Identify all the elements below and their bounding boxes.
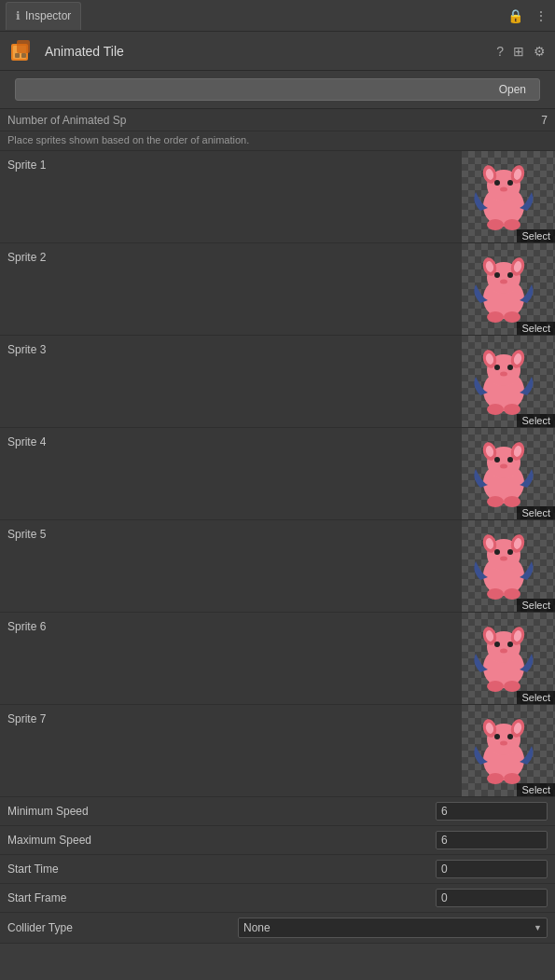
- svg-point-66: [494, 642, 500, 647]
- sprite-row-3: Sprite 3 Select: [0, 336, 555, 428]
- sprite-slot-7: Select: [462, 705, 555, 796]
- help-button[interactable]: ?: [494, 42, 506, 61]
- sprite-label-2: Sprite 2: [0, 243, 462, 335]
- svg-point-37: [504, 404, 520, 415]
- content-area: Number of Animated Sp 7 Place sprites sh…: [0, 109, 555, 944]
- field-label-0: Minimum Speed: [7, 805, 436, 818]
- header-row: Animated Tile ? ⊞ ⚙: [0, 32, 555, 71]
- svg-point-58: [487, 588, 504, 600]
- field-label-2: Start Time: [7, 863, 436, 876]
- svg-point-77: [494, 734, 500, 739]
- svg-point-78: [507, 734, 513, 739]
- collider-type-row: Collider Type None Sprite Grid: [0, 913, 555, 944]
- sprites-container: Sprite 1 Select Sprite 2: [0, 151, 555, 797]
- sprite-slot-2: Select: [462, 243, 555, 335]
- inspector-tab[interactable]: ℹ Inspector: [6, 2, 81, 30]
- field-input-3[interactable]: [436, 889, 548, 907]
- svg-point-33: [494, 365, 500, 370]
- tab-label: Inspector: [25, 9, 71, 22]
- sprite-image-1: [471, 159, 546, 234]
- field-input-0[interactable]: [436, 802, 548, 821]
- settings-button[interactable]: ⚙: [532, 42, 548, 61]
- info-icon: ℹ: [16, 9, 21, 22]
- sprite-label-1: Sprite 1: [0, 151, 462, 242]
- svg-point-35: [500, 372, 507, 377]
- field-label-3: Start Frame: [7, 891, 436, 904]
- svg-point-15: [504, 219, 520, 230]
- svg-point-79: [500, 741, 507, 746]
- svg-point-34: [507, 365, 513, 370]
- sprite-label-5: Sprite 5: [0, 520, 462, 612]
- object-title: Animated Tile: [45, 44, 124, 59]
- sprite-row-5: Sprite 5 Select: [0, 520, 555, 613]
- svg-point-59: [504, 588, 520, 600]
- sprite-row-7: Sprite 7 Select: [0, 705, 555, 797]
- sprite-label-6: Sprite 6: [0, 613, 462, 704]
- svg-point-24: [500, 280, 507, 284]
- collider-type-label: Collider Type: [7, 921, 238, 934]
- sprite-slot-3: Select: [462, 336, 555, 427]
- sprite-row-6: Sprite 6 Select: [0, 613, 555, 705]
- sprite-row-2: Sprite 2 Select: [0, 243, 555, 336]
- svg-point-12: [507, 180, 513, 186]
- animation-description: Place sprites shown based on the order o…: [0, 131, 555, 151]
- svg-point-14: [487, 219, 504, 230]
- collider-select-wrapper: None Sprite Grid: [238, 918, 548, 938]
- sprite-image-4: [471, 436, 546, 511]
- sprite-slot-1: Select: [462, 151, 555, 242]
- lock-button[interactable]: 🔒: [506, 7, 525, 25]
- svg-point-25: [487, 311, 504, 323]
- sprite-image-2: [471, 252, 546, 326]
- sprite-label-4: Sprite 4: [0, 428, 462, 519]
- svg-point-81: [504, 773, 520, 784]
- svg-point-69: [487, 681, 504, 692]
- svg-point-47: [487, 496, 504, 507]
- svg-point-70: [504, 681, 520, 692]
- field-row-3: Start Frame: [0, 884, 555, 913]
- more-menu-button[interactable]: ⋮: [533, 7, 549, 25]
- sprite-image-3: [471, 344, 546, 419]
- header-left: Animated Tile: [7, 36, 124, 66]
- layout-button[interactable]: ⊞: [511, 42, 526, 61]
- field-input-1[interactable]: [436, 831, 548, 849]
- object-icon: [7, 36, 37, 66]
- svg-point-80: [487, 773, 504, 784]
- sprite-label-7: Sprite 7: [0, 705, 462, 796]
- sprite-image-5: [471, 529, 546, 603]
- svg-rect-3: [15, 53, 20, 58]
- num-sprites-label: Number of Animated Sp: [7, 114, 541, 127]
- svg-point-67: [507, 642, 513, 647]
- field-label-1: Maximum Speed: [7, 834, 436, 847]
- svg-rect-2: [17, 40, 30, 53]
- svg-point-11: [494, 180, 500, 186]
- num-sprites-value: 7: [541, 114, 548, 127]
- svg-point-22: [494, 272, 500, 278]
- sprite-image-7: [471, 713, 546, 788]
- num-sprites-row: Number of Animated Sp 7: [0, 109, 555, 131]
- svg-point-57: [500, 557, 507, 561]
- fields-container: Minimum Speed Maximum Speed Start Time S…: [0, 797, 555, 913]
- open-button-row: Open: [0, 71, 555, 109]
- svg-point-45: [507, 457, 513, 462]
- title-bar-right: 🔒 ⋮: [506, 7, 549, 25]
- open-button[interactable]: Open: [15, 78, 540, 101]
- svg-point-13: [500, 187, 507, 192]
- field-input-2[interactable]: [436, 860, 548, 878]
- collider-type-select[interactable]: None Sprite Grid: [238, 918, 548, 938]
- field-row-0: Minimum Speed: [0, 797, 555, 826]
- svg-point-36: [487, 404, 504, 415]
- sprite-slot-4: Select: [462, 428, 555, 519]
- sprite-row-4: Sprite 4 Select: [0, 428, 555, 520]
- field-row-1: Maximum Speed: [0, 826, 555, 855]
- sprite-label-3: Sprite 3: [0, 336, 462, 427]
- title-bar: ℹ Inspector 🔒 ⋮: [0, 0, 555, 32]
- svg-point-44: [494, 457, 500, 462]
- sprite-image-6: [471, 621, 546, 696]
- svg-point-46: [500, 464, 507, 469]
- svg-point-68: [500, 649, 507, 654]
- title-bar-left: ℹ Inspector: [6, 2, 81, 30]
- svg-rect-4: [21, 53, 26, 58]
- svg-point-48: [504, 496, 520, 507]
- svg-point-56: [507, 549, 513, 555]
- sprite-slot-5: Select: [462, 520, 555, 612]
